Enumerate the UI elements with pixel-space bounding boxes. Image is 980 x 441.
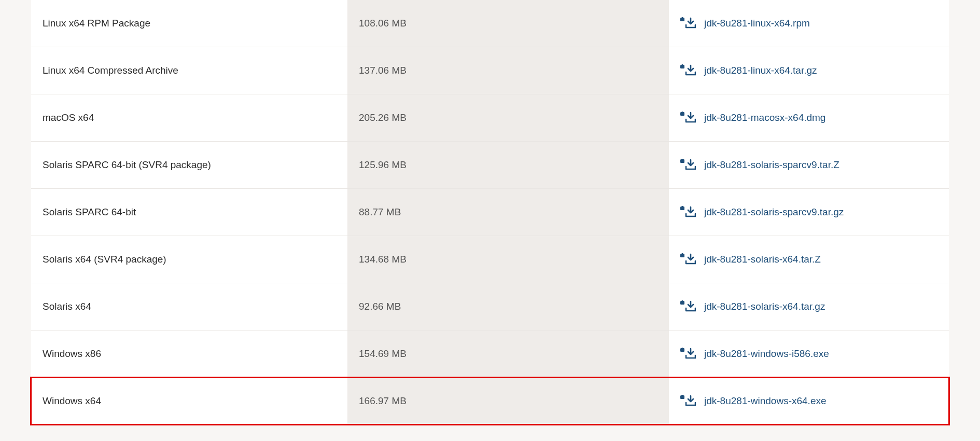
- download-link[interactable]: jdk-8u281-linux-x64.tar.gz: [680, 64, 817, 77]
- download-filename: jdk-8u281-solaris-sparcv9.tar.Z: [704, 159, 839, 171]
- product-name: Solaris SPARC 64-bit (SVR4 package): [31, 142, 347, 188]
- svg-rect-7: [682, 159, 683, 160]
- download-filename: jdk-8u281-solaris-x64.tar.gz: [704, 301, 825, 312]
- table-row: Solaris SPARC 64-bit88.77 MB jdk-8u281-s…: [31, 189, 949, 236]
- download-link[interactable]: jdk-8u281-linux-x64.rpm: [680, 17, 810, 30]
- download-cell: jdk-8u281-solaris-sparcv9.tar.Z: [669, 142, 949, 188]
- table-row: Solaris x64 (SVR4 package)134.68 MB jdk-…: [31, 236, 949, 283]
- download-icon: [680, 300, 696, 313]
- svg-rect-11: [682, 253, 683, 254]
- file-size: 125.96 MB: [347, 142, 669, 188]
- svg-rect-5: [682, 112, 683, 113]
- download-icon: [680, 395, 696, 407]
- download-link[interactable]: jdk-8u281-windows-i586.exe: [680, 348, 829, 360]
- download-link[interactable]: jdk-8u281-solaris-x64.tar.Z: [680, 253, 821, 266]
- table-row: Linux x64 Compressed Archive137.06 MB jd…: [31, 47, 949, 94]
- download-cell: jdk-8u281-macosx-x64.dmg: [669, 94, 949, 141]
- product-name: Solaris x64: [31, 283, 347, 330]
- svg-rect-0: [680, 18, 684, 21]
- download-filename: jdk-8u281-windows-x64.exe: [704, 395, 827, 407]
- download-icon: [680, 17, 696, 30]
- svg-rect-17: [682, 395, 683, 396]
- table-row: Solaris SPARC 64-bit (SVR4 package)125.9…: [31, 142, 949, 189]
- download-filename: jdk-8u281-solaris-x64.tar.Z: [704, 254, 821, 265]
- file-size: 88.77 MB: [347, 189, 669, 236]
- svg-rect-14: [680, 348, 684, 352]
- product-name: Linux x64 RPM Package: [31, 0, 347, 47]
- svg-rect-9: [682, 206, 683, 207]
- download-icon: [680, 159, 696, 171]
- svg-rect-12: [680, 301, 684, 305]
- download-filename: jdk-8u281-windows-i586.exe: [704, 348, 829, 360]
- download-cell: jdk-8u281-linux-x64.rpm: [669, 0, 949, 47]
- table-row: Windows x64166.97 MB jdk-8u281-windows-x…: [31, 378, 949, 424]
- svg-rect-4: [680, 112, 684, 116]
- product-name: Solaris SPARC 64-bit: [31, 189, 347, 236]
- table-row: Solaris x6492.66 MB jdk-8u281-solaris-x6…: [31, 283, 949, 330]
- product-name: Linux x64 Compressed Archive: [31, 47, 347, 94]
- product-name: macOS x64: [31, 94, 347, 141]
- svg-rect-15: [682, 348, 683, 349]
- svg-rect-8: [680, 206, 684, 210]
- product-name: Solaris x64 (SVR4 package): [31, 236, 347, 283]
- download-cell: jdk-8u281-windows-i586.exe: [669, 330, 949, 377]
- download-filename: jdk-8u281-macosx-x64.dmg: [704, 112, 825, 123]
- download-link[interactable]: jdk-8u281-solaris-x64.tar.gz: [680, 300, 825, 313]
- download-link[interactable]: jdk-8u281-macosx-x64.dmg: [680, 112, 825, 124]
- download-filename: jdk-8u281-linux-x64.tar.gz: [704, 65, 817, 76]
- file-size: 108.06 MB: [347, 0, 669, 47]
- downloads-table: Linux x64 RPM Package108.06 MB jdk-8u281…: [31, 0, 949, 424]
- download-link[interactable]: jdk-8u281-solaris-sparcv9.tar.Z: [680, 159, 839, 171]
- download-icon: [680, 206, 696, 218]
- download-filename: jdk-8u281-solaris-sparcv9.tar.gz: [704, 206, 844, 218]
- file-size: 92.66 MB: [347, 283, 669, 330]
- svg-rect-10: [680, 254, 684, 257]
- file-size: 166.97 MB: [347, 378, 669, 424]
- svg-rect-2: [680, 65, 684, 68]
- download-icon: [680, 64, 696, 77]
- svg-rect-6: [680, 159, 684, 163]
- table-row: Linux x64 RPM Package108.06 MB jdk-8u281…: [31, 0, 949, 47]
- file-size: 205.26 MB: [347, 94, 669, 141]
- download-filename: jdk-8u281-linux-x64.rpm: [704, 18, 810, 29]
- svg-rect-16: [680, 395, 684, 399]
- download-cell: jdk-8u281-solaris-x64.tar.Z: [669, 236, 949, 283]
- download-cell: jdk-8u281-linux-x64.tar.gz: [669, 47, 949, 94]
- download-link[interactable]: jdk-8u281-windows-x64.exe: [680, 395, 827, 407]
- file-size: 134.68 MB: [347, 236, 669, 283]
- download-cell: jdk-8u281-windows-x64.exe: [669, 378, 949, 424]
- svg-rect-1: [682, 17, 683, 18]
- download-cell: jdk-8u281-solaris-sparcv9.tar.gz: [669, 189, 949, 236]
- file-size: 154.69 MB: [347, 330, 669, 377]
- download-cell: jdk-8u281-solaris-x64.tar.gz: [669, 283, 949, 330]
- table-row: macOS x64205.26 MB jdk-8u281-macosx-x64.…: [31, 94, 949, 142]
- product-name: Windows x86: [31, 330, 347, 377]
- download-link[interactable]: jdk-8u281-solaris-sparcv9.tar.gz: [680, 206, 844, 218]
- download-icon: [680, 348, 696, 360]
- download-icon: [680, 253, 696, 266]
- file-size: 137.06 MB: [347, 47, 669, 94]
- product-name: Windows x64: [31, 378, 347, 424]
- svg-rect-13: [682, 300, 683, 301]
- table-row: Windows x86154.69 MB jdk-8u281-windows-i…: [31, 330, 949, 378]
- download-icon: [680, 112, 696, 124]
- svg-rect-3: [682, 64, 683, 65]
